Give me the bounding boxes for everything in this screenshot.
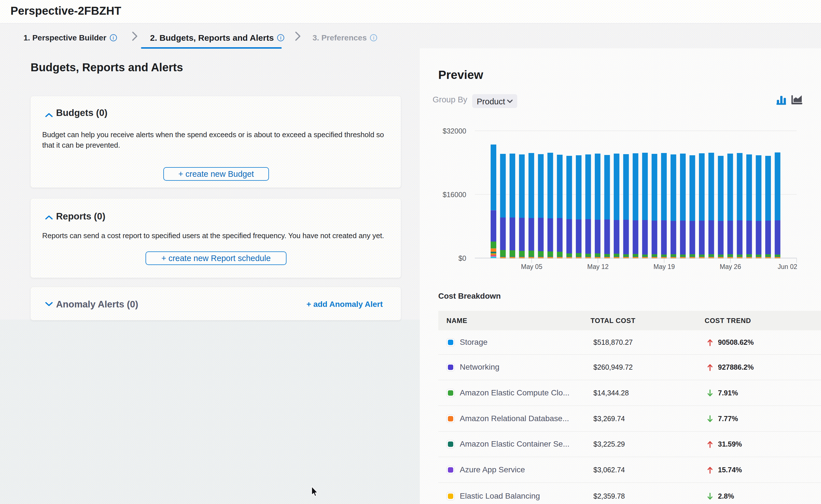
svg-text:May 19: May 19 [654, 263, 675, 270]
svg-text:$32000: $32000 [443, 127, 466, 135]
svg-text:$0: $0 [458, 254, 466, 262]
svg-text:May 12: May 12 [587, 263, 608, 270]
svg-text:$16000: $16000 [443, 191, 466, 199]
svg-text:May 26: May 26 [720, 263, 741, 270]
svg-text:May 05: May 05 [521, 263, 542, 270]
svg-text:Jun 02: Jun 02 [778, 263, 797, 270]
